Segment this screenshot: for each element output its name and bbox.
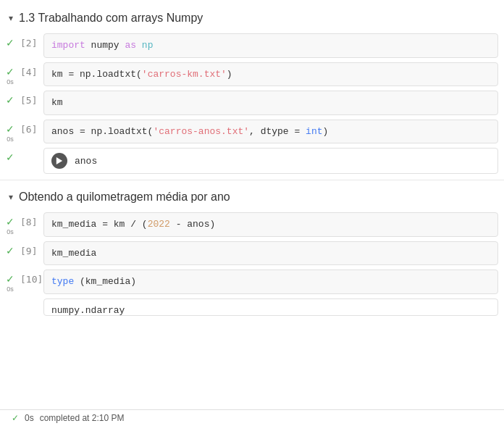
- cell-gutter-anos-output: ✓: [0, 148, 20, 174]
- status-time: 0s: [25, 413, 34, 423]
- cell-code-2[interactable]: import numpy as np: [43, 33, 498, 58]
- chevron-icon-media: ▾: [9, 192, 13, 202]
- cell-code-9[interactable]: km_media: [43, 241, 498, 266]
- cell-row-10: ✓ 0s [10] type (km_media): [0, 268, 504, 296]
- cell-output-ndarray: numpy.ndarray: [43, 298, 498, 316]
- cell-num-4: [4]: [20, 62, 43, 87]
- section-divider: [0, 180, 504, 180]
- check-icon-4: ✓: [6, 67, 14, 77]
- section-header-media[interactable]: ▾ Obtendo a quilometragem média por ano: [0, 185, 504, 209]
- cell-gutter-2: ✓: [0, 33, 20, 58]
- status-completed-label: completed at 2:10 PM: [40, 413, 125, 423]
- cell-code-5[interactable]: km: [43, 91, 498, 115]
- status-check-icon: ✓: [12, 413, 19, 423]
- check-icon-10: ✓: [6, 274, 14, 284]
- cell-gutter-8: ✓ 0s: [0, 212, 20, 237]
- check-icon-6: ✓: [6, 124, 14, 134]
- status-bar: ✓ 0s completed at 2:10 PM: [0, 409, 504, 426]
- cell-num-2: [2]: [20, 33, 43, 58]
- cell-gutter-ndarray: [0, 298, 20, 316]
- cell-row-9: ✓ [9] km_media: [0, 240, 504, 267]
- check-icon-anos-output: ✓: [6, 152, 14, 162]
- cell-code-8[interactable]: km_media = km / (2022 - anos): [43, 212, 498, 237]
- cell-num-10: [10]: [20, 270, 43, 294]
- cell-gutter-10: ✓ 0s: [0, 270, 20, 294]
- notebook-container: ▾ 1.3 Trabalhando com arrays Numpy ✓ [2]…: [0, 0, 504, 325]
- cell-num-9: [9]: [20, 241, 43, 266]
- cell-num-8: [8]: [20, 212, 43, 237]
- exec-time-10: 0s: [7, 285, 14, 293]
- cell-num-ndarray: [20, 298, 43, 316]
- check-icon-5: ✓: [6, 95, 14, 105]
- cell-gutter-4: ✓ 0s: [0, 62, 20, 87]
- section-header-arrays[interactable]: ▾ 1.3 Trabalhando com arrays Numpy: [0, 6, 504, 30]
- section-title-arrays: 1.3 Trabalhando com arrays Numpy: [19, 12, 203, 25]
- cell-row-8: ✓ 0s [8] km_media = km / (2022 - anos): [0, 211, 504, 238]
- cell-row-ndarray-output: numpy.ndarray: [0, 297, 504, 317]
- cell-code-4[interactable]: km = np.loadtxt('carros-km.txt'): [43, 62, 498, 87]
- check-icon-8: ✓: [6, 217, 14, 227]
- cell-row-anos-output: ✓ anos: [0, 146, 504, 175]
- play-button[interactable]: [51, 153, 67, 169]
- cell-output-anos[interactable]: anos: [43, 148, 498, 174]
- cell-code-10[interactable]: type (km_media): [43, 270, 498, 294]
- cell-row-4: ✓ 0s [4] km = np.loadtxt('carros-km.txt'…: [0, 61, 504, 88]
- check-icon-2: ✓: [6, 38, 14, 48]
- play-icon: [56, 157, 63, 164]
- cell-row-2: ✓ [2] import numpy as np: [0, 32, 504, 59]
- svg-marker-0: [56, 157, 62, 164]
- cell-gutter-9: ✓: [0, 241, 20, 266]
- section-title-media: Obtendo a quilometragem média por ano: [19, 191, 230, 204]
- exec-time-4: 0s: [7, 78, 14, 85]
- cell-gutter-6: ✓ 0s: [0, 120, 20, 144]
- cell-code-6[interactable]: anos = np.loadtxt('carros-anos.txt', dty…: [43, 120, 498, 144]
- chevron-icon: ▾: [9, 13, 13, 23]
- exec-time-6: 0s: [7, 135, 14, 143]
- cell-num-6: [6]: [20, 120, 43, 144]
- check-icon-9: ✓: [6, 246, 14, 256]
- cell-num-anos-output: [20, 148, 43, 174]
- output-anos-text: anos: [75, 156, 97, 167]
- cell-gutter-5: ✓: [0, 91, 20, 115]
- cell-row-5: ✓ [5] km: [0, 89, 504, 117]
- cell-row-6: ✓ 0s [6] anos = np.loadtxt('carros-anos.…: [0, 118, 504, 146]
- exec-time-8: 0s: [7, 228, 14, 235]
- cell-num-5: [5]: [20, 91, 43, 115]
